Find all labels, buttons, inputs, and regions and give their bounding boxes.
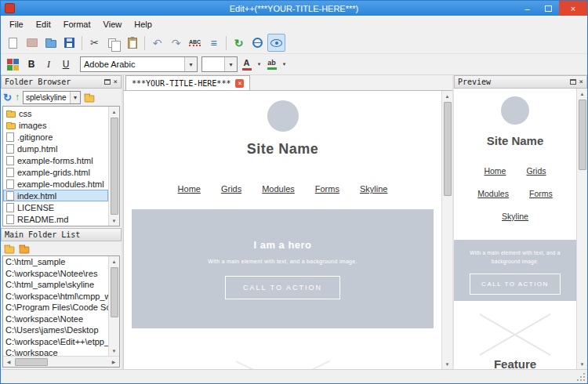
scrollbar-thumb[interactable] [111, 118, 118, 215]
site-logo-circle[interactable] [267, 100, 299, 132]
design-canvas[interactable]: Site Name Home Grids Modules Forms Skyli… [124, 91, 441, 369]
scrollbar-track[interactable] [109, 266, 119, 346]
scrollbar-track[interactable] [109, 117, 119, 216]
hero-section[interactable]: I am a hero With a main element with tex… [132, 209, 434, 328]
new-file-button[interactable] [4, 34, 22, 52]
tree-scrollbar[interactable]: ▲ ▼ [108, 107, 119, 226]
tree-item-index-selected[interactable]: index.html [3, 190, 108, 201]
highlight-dropdown[interactable]: ▾ [281, 56, 288, 73]
scroll-right-icon[interactable]: ▶ [108, 357, 119, 367]
close-panel-icon[interactable]: × [114, 78, 118, 85]
paste-button[interactable] [123, 34, 141, 52]
close-button[interactable]: × [559, 1, 587, 16]
titlebar[interactable]: Edit++(***YOUR-TITLE-HERE***) – × [1, 1, 587, 16]
refresh-button[interactable]: ↻ [230, 34, 248, 52]
scrollbar-thumb[interactable] [111, 267, 118, 317]
nav-link-forms[interactable]: Forms [529, 189, 553, 198]
path-item[interactable]: C:\workspace\html\cmpp_we [3, 292, 108, 303]
open-recent-button[interactable] [23, 34, 41, 52]
preview-content[interactable]: Site Name Home Grids Modules Forms Skyli… [454, 89, 576, 369]
font-color-button[interactable]: A [239, 56, 254, 73]
cta-button[interactable]: CALL TO ACTION [470, 274, 561, 295]
scroll-up-icon[interactable]: ▲ [577, 89, 587, 99]
menu-view[interactable]: View [97, 17, 129, 31]
preview-scrollbar[interactable]: ▲ ▼ [576, 89, 587, 369]
nav-link-home[interactable]: Home [484, 166, 506, 176]
path-item[interactable]: C:\Users\james\Desktop [3, 325, 108, 337]
font-size-combo[interactable]: ▾ [201, 56, 238, 72]
scroll-down-icon[interactable]: ▼ [109, 346, 119, 356]
close-panel-icon[interactable]: × [579, 78, 583, 85]
tree-item-images[interactable]: images [3, 119, 108, 131]
tree-item-dump[interactable]: dump.html [3, 143, 108, 154]
tab-close-icon[interactable]: × [235, 79, 244, 88]
scrollbar-thumb[interactable] [579, 100, 586, 170]
palette-button[interactable] [4, 56, 22, 74]
minimize-button[interactable]: – [517, 1, 538, 16]
path-list-hscrollbar[interactable]: ◀ ▶ [3, 356, 119, 367]
copy-button[interactable] [104, 34, 122, 52]
document-tab[interactable]: ***YOUR-TITLE-HERE*** × [125, 75, 250, 90]
up-directory-icon[interactable]: ↑ [15, 92, 20, 102]
path-item[interactable]: C:\html_sample [3, 257, 108, 269]
nav-link-modules[interactable]: Modules [477, 189, 509, 198]
set-folder-icon[interactable] [85, 95, 95, 102]
menu-file[interactable]: File [3, 17, 30, 31]
scrollbar-thumb[interactable] [15, 358, 48, 366]
nav-link-grids[interactable]: Grids [526, 166, 546, 176]
italic-button[interactable]: I [41, 56, 56, 73]
path-item[interactable]: C:\html_sample\skyline [3, 280, 108, 292]
remove-folder-icon[interactable] [20, 246, 30, 253]
list-button[interactable]: ≡ [205, 34, 223, 52]
scroll-down-icon[interactable]: ▼ [442, 359, 452, 369]
scroll-down-icon[interactable]: ▼ [109, 216, 119, 226]
underline-button[interactable]: U [58, 56, 74, 73]
resize-grip[interactable] [583, 379, 585, 381]
tree-item-license[interactable]: LICENSE [3, 201, 108, 213]
folder-path-combo[interactable]: sple\skyline ▾ [23, 91, 81, 104]
scrollbar-thumb[interactable] [444, 102, 452, 196]
path-item[interactable]: C:\workspace\Edit++\etpp_s [3, 337, 108, 349]
nav-link-forms[interactable]: Forms [315, 184, 339, 194]
undo-button[interactable]: ↶ [148, 34, 166, 52]
tree-item-example-forms[interactable]: example-forms.html [3, 154, 108, 166]
float-panel-icon[interactable] [104, 79, 111, 85]
path-item[interactable]: C:\workspace [3, 348, 108, 356]
font-color-dropdown[interactable]: ▾ [256, 56, 263, 73]
scroll-down-icon[interactable]: ▼ [577, 359, 587, 369]
tree-item-example-modules[interactable]: example-modules.html [3, 178, 108, 190]
path-item[interactable]: C:\workspace\Notee [3, 314, 108, 326]
font-family-combo[interactable]: Adobe Arabic ▾ [80, 56, 198, 72]
refresh-folder-icon[interactable]: ↻ [3, 92, 12, 103]
scroll-up-icon[interactable]: ▲ [109, 256, 119, 266]
path-item[interactable]: C:\workspace\Notee\res [3, 269, 108, 281]
browser-button[interactable] [249, 34, 267, 52]
redo-button[interactable]: ↷ [167, 34, 185, 52]
nav-link-grids[interactable]: Grids [221, 184, 241, 194]
tree-item-readme[interactable]: README.md [3, 213, 108, 225]
editor-scrollbar[interactable]: ▲ ▼ [441, 91, 452, 369]
path-item[interactable]: C:\Program Files\Coode Soft [3, 302, 108, 314]
scrollbar-track[interactable] [577, 99, 587, 359]
app-icon[interactable] [5, 3, 15, 13]
tree-item-css[interactable]: css [3, 107, 108, 119]
menu-edit[interactable]: Edit [30, 17, 57, 31]
nav-link-skyline[interactable]: Skyline [502, 212, 528, 221]
tree-item-gitignore[interactable]: .gitignore [3, 131, 108, 143]
add-folder-icon[interactable] [5, 246, 15, 253]
scroll-up-icon[interactable]: ▲ [442, 91, 452, 101]
nav-link-modules[interactable]: Modules [262, 184, 295, 194]
nav-link-home[interactable]: Home [178, 184, 201, 194]
scroll-left-icon[interactable]: ◀ [3, 357, 14, 367]
preview-header[interactable]: Preview × [454, 75, 587, 89]
chevron-down-icon[interactable]: ▾ [70, 92, 80, 103]
folder-browser-header[interactable]: Folder Browser × [1, 75, 122, 89]
maximize-button[interactable] [538, 1, 559, 16]
nav-link-skyline[interactable]: Skyline [360, 184, 387, 194]
path-list-scrollbar[interactable]: ▲ ▼ [108, 256, 119, 356]
main-folder-list-header[interactable]: Main Folder List [1, 228, 122, 241]
scrollbar-track[interactable] [442, 101, 452, 359]
cut-button[interactable]: ✂ [85, 34, 103, 52]
highlight-button[interactable]: ab [264, 56, 279, 73]
menu-format[interactable]: Format [57, 17, 97, 31]
